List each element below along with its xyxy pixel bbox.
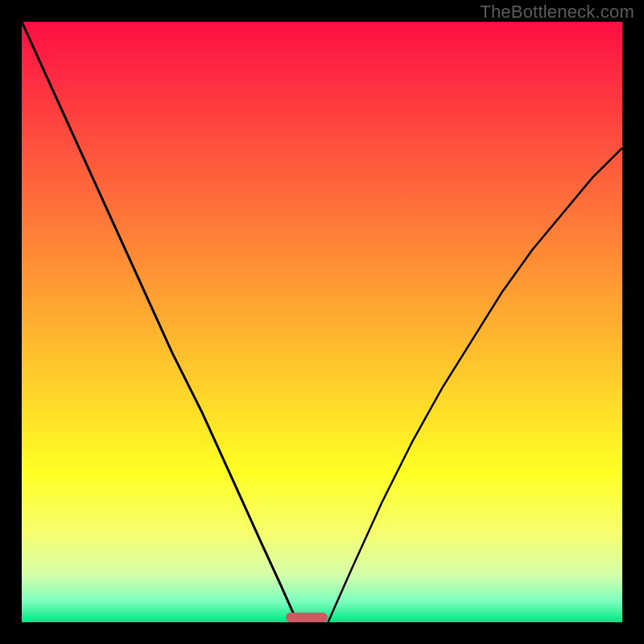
bottleneck-marker: [286, 613, 328, 622]
left-curve: [22, 22, 298, 622]
plot-area: [22, 22, 622, 622]
curves-svg: [22, 22, 622, 622]
watermark-text: TheBottleneck.com: [480, 2, 634, 23]
right-curve: [328, 148, 622, 622]
chart-frame: TheBottleneck.com: [0, 0, 644, 644]
